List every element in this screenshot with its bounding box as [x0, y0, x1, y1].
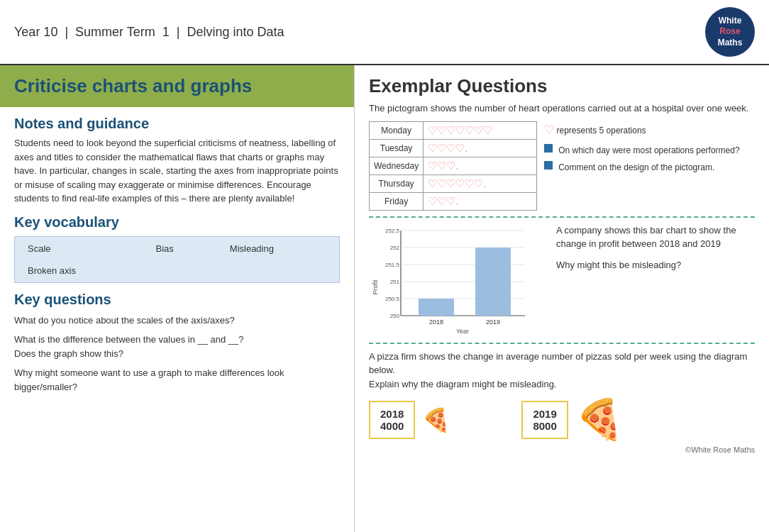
- header: Year 10 | Summer Term 1 | Delving into D…: [0, 0, 769, 65]
- pizza-icon-large: 🍕: [575, 397, 624, 443]
- pizza-question-text: Explain why the diagram might be mislead…: [369, 379, 556, 389]
- right-panel: Exemplar Questions The pictogram shows t…: [355, 65, 769, 532]
- pizza-icon-small: 🍕: [422, 406, 450, 433]
- bar-chart-svg: Profit 250 250.5 251 251.5: [369, 223, 546, 337]
- hearts-wednesday: ♡♡♡.: [424, 157, 537, 174]
- bar-2019: [475, 248, 511, 316]
- svg-text:Year: Year: [456, 328, 469, 335]
- day-friday: Friday: [370, 192, 424, 210]
- key-question-2: What is the difference between the value…: [14, 333, 340, 360]
- vocab-empty-1: [144, 260, 216, 281]
- pictogram-description: The pictogram shows the number of heart …: [369, 101, 755, 116]
- pict-question-1: On which day were most operations perfor…: [558, 144, 739, 157]
- logo-white: White: [719, 16, 742, 27]
- bar-chart-description: A company shows this bar chart to show t…: [556, 223, 755, 337]
- svg-text:252: 252: [390, 245, 400, 251]
- pizza-intro: A pizza firm shows the change in average…: [369, 350, 755, 392]
- legend-row: ♡ represents 5 operations: [544, 121, 739, 138]
- pizza-value-2019: 8000: [533, 420, 556, 432]
- pizza-year-2018: 2018: [380, 408, 404, 420]
- blue-square-icon-2: [544, 161, 553, 170]
- copyright-text: ©White Rose Maths: [685, 445, 755, 454]
- pict-question-1-row: On which day were most operations perfor…: [544, 144, 739, 157]
- svg-text:250.5: 250.5: [385, 296, 400, 302]
- bar-chart-area: Profit 250 250.5 251 251.5: [369, 223, 546, 337]
- vocab-term-misleading: Misleading: [218, 238, 338, 259]
- svg-text:252.5: 252.5: [385, 228, 400, 234]
- pizza-box-2019: 2019 8000: [521, 401, 568, 439]
- bar-chart-section: Profit 250 250.5 251 251.5: [369, 223, 755, 337]
- header-title: Year 10 | Summer Term 1 | Delving into D…: [14, 25, 284, 40]
- pizza-intro-text: A pizza firm shows the change in average…: [369, 351, 747, 376]
- pizza-box-2018: 2018 4000: [369, 401, 415, 439]
- blue-square-icon-1: [544, 144, 553, 153]
- pizza-value-2018: 4000: [380, 420, 404, 432]
- svg-text:251.5: 251.5: [385, 262, 400, 268]
- vocab-term-bias: Bias: [144, 238, 216, 259]
- logo-maths: Maths: [718, 38, 743, 49]
- day-monday: Monday: [370, 121, 424, 139]
- bar-chart-question: Why might this be misleading?: [556, 258, 755, 272]
- vocab-heading: Key vocabulary: [14, 214, 340, 231]
- key-question-3: Why might someone want to use a graph to…: [14, 366, 340, 394]
- table-row: Thursday ♡♡♡♡♡♡.: [370, 174, 537, 192]
- svg-text:2019: 2019: [486, 318, 500, 326]
- left-content: Notes and guidance Students need to look…: [0, 116, 354, 394]
- legend-text: represents 5 operations: [557, 126, 646, 135]
- svg-text:2018: 2018: [429, 318, 443, 326]
- bar-2018: [419, 299, 454, 316]
- dashed-divider-1: [369, 216, 755, 218]
- vocab-term-scale: Scale: [16, 238, 143, 259]
- notes-heading: Notes and guidance: [14, 116, 340, 132]
- section-title-bar: Criticise charts and graphs: [0, 65, 354, 107]
- vocab-empty-2: [218, 260, 338, 281]
- main-content: Criticise charts and graphs Notes and gu…: [0, 65, 769, 532]
- questions-heading: Key questions: [14, 292, 340, 308]
- logo-rose: Rose: [719, 26, 740, 38]
- pictogram-questions: ♡ represents 5 operations On which day w…: [544, 121, 739, 211]
- pizza-items: 2018 4000 🍕 2019 8000 🍕: [369, 397, 755, 443]
- bar-chart-desc-text: A company shows this bar chart to show t…: [556, 223, 755, 251]
- day-tuesday: Tuesday: [370, 139, 424, 157]
- table-row: Monday ♡♡♡♡♡♡♡: [370, 121, 537, 139]
- table-row: Tuesday ♡♡♡♡.: [370, 139, 537, 157]
- pictogram-container: Monday ♡♡♡♡♡♡♡ Tuesday ♡♡♡♡. Wednesday ♡…: [369, 121, 755, 211]
- vocabulary-table: Scale Bias Misleading Broken axis: [14, 236, 340, 283]
- notes-text: Students need to look beyond the superfi…: [14, 136, 340, 206]
- key-question-1: What do you notice about the scales of t…: [14, 314, 340, 328]
- pictogram-table: Monday ♡♡♡♡♡♡♡ Tuesday ♡♡♡♡. Wednesday ♡…: [369, 121, 537, 211]
- footer: ©White Rose Maths: [369, 445, 755, 454]
- dashed-divider-2: [369, 343, 755, 344]
- table-row: Wednesday ♡♡♡.: [370, 157, 537, 174]
- legend-heart-icon: ♡: [544, 123, 554, 135]
- svg-text:251: 251: [390, 279, 400, 285]
- pizza-year-2019: 2019: [533, 408, 556, 420]
- section-title: Criticise charts and graphs: [14, 75, 340, 97]
- hearts-monday: ♡♡♡♡♡♡♡: [424, 121, 537, 139]
- logo: White Rose Maths: [705, 7, 755, 57]
- table-row: Friday ♡♡♡.: [370, 192, 537, 210]
- exemplar-heading: Exemplar Questions: [369, 75, 755, 97]
- svg-text:250: 250: [390, 313, 400, 319]
- pict-question-2: Comment on the design of the pictogram.: [558, 161, 714, 174]
- day-wednesday: Wednesday: [370, 157, 424, 174]
- hearts-thursday: ♡♡♡♡♡♡.: [424, 174, 537, 192]
- svg-text:Profit: Profit: [372, 279, 379, 295]
- pict-question-2-row: Comment on the design of the pictogram.: [544, 161, 739, 174]
- day-thursday: Thursday: [370, 174, 424, 192]
- hearts-friday: ♡♡♡.: [424, 192, 537, 210]
- left-panel: Criticise charts and graphs Notes and gu…: [0, 65, 355, 532]
- hearts-tuesday: ♡♡♡♡.: [424, 139, 537, 157]
- pizza-section: A pizza firm shows the change in average…: [369, 350, 755, 443]
- vocab-term-broken-axis: Broken axis: [16, 260, 143, 281]
